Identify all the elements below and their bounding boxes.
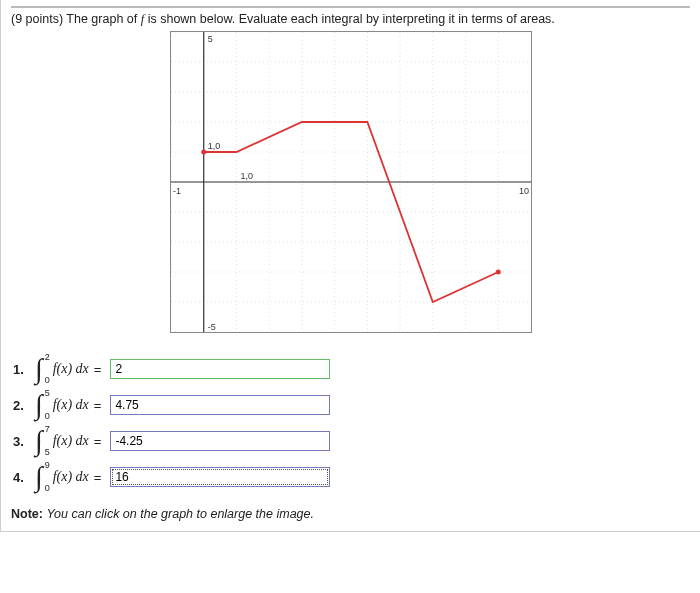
integrand: f(x) dx	[45, 361, 89, 377]
svg-text:10: 10	[519, 186, 529, 196]
prompt-part-2: is shown below. Evaluate each integral b…	[148, 12, 555, 26]
integrand: f(x) dx	[45, 397, 89, 413]
svg-text:-1: -1	[173, 186, 181, 196]
question-header: (9 points) The graph of f is shown below…	[11, 6, 690, 27]
question-number: 2.	[13, 398, 29, 413]
function-graph[interactable]: -1105-51,01,0	[170, 31, 532, 333]
integral-expression: ∫ 7 5 f(x) dx =	[35, 427, 104, 455]
svg-text:1,0: 1,0	[240, 171, 253, 181]
integral-sign-icon: ∫ 9 0	[35, 463, 43, 491]
question-number: 4.	[13, 470, 29, 485]
question-row: 4. ∫ 9 0 f(x) dx =	[13, 463, 690, 491]
question-row: 3. ∫ 7 5 f(x) dx =	[13, 427, 690, 455]
answer-list: 1. ∫ 2 0 f(x) dx = 2. ∫ 5 0 f(x) dx =	[11, 343, 690, 491]
lower-limit: 0	[45, 484, 50, 493]
function-symbol: f	[141, 12, 144, 26]
footer-note: Note: You can click on the graph to enla…	[11, 499, 690, 521]
integrand: f(x) dx	[45, 469, 89, 485]
note-text: You can click on the graph to enlarge th…	[46, 507, 314, 521]
svg-text:-5: -5	[207, 322, 215, 332]
integral-sign-icon: ∫ 2 0	[35, 355, 43, 383]
upper-limit: 2	[45, 353, 50, 362]
prompt-part-1: The graph of	[66, 12, 140, 26]
equals-sign: =	[91, 398, 105, 413]
svg-point-31	[201, 150, 206, 155]
question-number: 3.	[13, 434, 29, 449]
answer-input-4[interactable]	[110, 467, 330, 487]
points-text: (9 points)	[11, 12, 66, 26]
lower-limit: 0	[45, 412, 50, 421]
equals-sign: =	[91, 470, 105, 485]
integral-expression: ∫ 5 0 f(x) dx =	[35, 391, 104, 419]
svg-text:1,0: 1,0	[207, 141, 220, 151]
lower-limit: 5	[45, 448, 50, 457]
note-label: Note:	[11, 507, 43, 521]
question-number: 1.	[13, 362, 29, 377]
svg-point-32	[495, 270, 500, 275]
integral-sign-icon: ∫ 5 0	[35, 391, 43, 419]
svg-text:5: 5	[207, 34, 212, 44]
equals-sign: =	[91, 434, 105, 449]
lower-limit: 0	[45, 376, 50, 385]
integrand: f(x) dx	[45, 433, 89, 449]
upper-limit: 7	[45, 425, 50, 434]
question-row: 1. ∫ 2 0 f(x) dx =	[13, 355, 690, 383]
answer-input-3[interactable]	[110, 431, 330, 451]
question-row: 2. ∫ 5 0 f(x) dx =	[13, 391, 690, 419]
integral-sign-icon: ∫ 7 5	[35, 427, 43, 455]
answer-input-2[interactable]	[110, 395, 330, 415]
answer-input-1[interactable]	[110, 359, 330, 379]
upper-limit: 9	[45, 461, 50, 470]
equals-sign: =	[91, 362, 105, 377]
integral-expression: ∫ 2 0 f(x) dx =	[35, 355, 104, 383]
integral-expression: ∫ 9 0 f(x) dx =	[35, 463, 104, 491]
upper-limit: 5	[45, 389, 50, 398]
